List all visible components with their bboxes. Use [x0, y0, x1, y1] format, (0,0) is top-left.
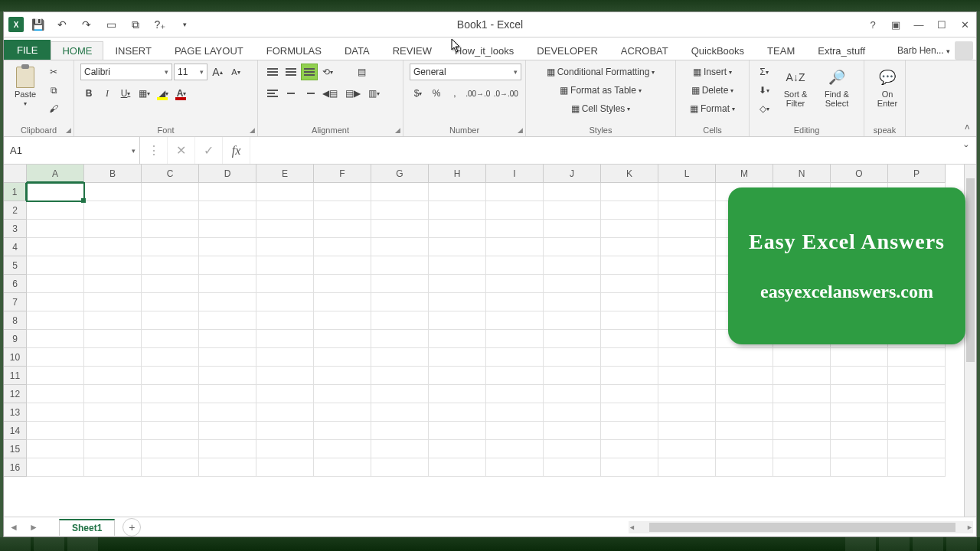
cell[interactable]: [27, 440, 84, 458]
font-name-combo[interactable]: Calibri▾: [80, 64, 172, 80]
column-header[interactable]: C: [142, 165, 199, 183]
cell[interactable]: [371, 348, 429, 367]
cell[interactable]: [544, 403, 601, 422]
cell[interactable]: [658, 183, 716, 201]
cell[interactable]: [601, 367, 658, 385]
expand-formula-bar-button[interactable]: ˇ: [956, 137, 976, 164]
cell[interactable]: [142, 201, 199, 220]
worksheet-grid[interactable]: ABCDEFGHIJKLMNOP12345678910111213141516 …: [4, 165, 976, 517]
cell[interactable]: [888, 403, 946, 422]
cell[interactable]: [314, 201, 371, 220]
cell[interactable]: [601, 183, 658, 201]
cell[interactable]: [142, 256, 199, 275]
align-right-button[interactable]: [301, 85, 318, 102]
borders-button[interactable]: ▦▾: [136, 85, 153, 102]
cell[interactable]: [658, 220, 716, 238]
column-header[interactable]: L: [658, 165, 716, 183]
cell[interactable]: [544, 256, 601, 275]
qat-customize[interactable]: ▾: [174, 15, 195, 34]
clear-button[interactable]: ◇▾: [756, 100, 773, 117]
cell[interactable]: [27, 422, 84, 440]
sort-filter-button[interactable]: A↓Z Sort & Filter: [777, 64, 814, 111]
cell[interactable]: [429, 385, 486, 403]
cell[interactable]: [142, 275, 199, 293]
cell[interactable]: [27, 348, 84, 367]
cell[interactable]: [84, 440, 142, 458]
align-left-button[interactable]: [264, 85, 281, 102]
number-launcher[interactable]: ◢: [518, 126, 523, 134]
cell[interactable]: [544, 311, 601, 330]
cell[interactable]: [658, 458, 716, 477]
tab-extra-stuff[interactable]: Extra_stuff: [806, 41, 877, 60]
cell[interactable]: [371, 311, 429, 330]
cell[interactable]: [486, 367, 544, 385]
column-header[interactable]: E: [256, 165, 314, 183]
cell[interactable]: [84, 275, 142, 293]
row-header[interactable]: 8: [4, 311, 27, 330]
cell[interactable]: [888, 348, 946, 367]
orientation-button[interactable]: ⟲▾: [319, 64, 336, 80]
tab-formulas[interactable]: FORMULAS: [255, 41, 333, 60]
cell[interactable]: [84, 385, 142, 403]
cell[interactable]: [429, 220, 486, 238]
cell[interactable]: [486, 422, 544, 440]
cell[interactable]: [371, 293, 429, 311]
cell[interactable]: [314, 458, 371, 477]
cell[interactable]: [371, 256, 429, 275]
cell[interactable]: [486, 403, 544, 422]
cell[interactable]: [314, 440, 371, 458]
cell[interactable]: [199, 458, 256, 477]
find-select-button[interactable]: 🔎 Find & Select: [818, 64, 855, 111]
cell[interactable]: [371, 385, 429, 403]
cell[interactable]: [831, 367, 888, 385]
cell[interactable]: [142, 422, 199, 440]
fill-color-button[interactable]: ◢▾: [155, 85, 172, 102]
cell[interactable]: [773, 385, 831, 403]
row-header[interactable]: 2: [4, 201, 27, 220]
cell[interactable]: [314, 238, 371, 256]
column-header[interactable]: M: [716, 165, 773, 183]
cell[interactable]: [84, 201, 142, 220]
font-color-button[interactable]: A▾: [173, 85, 190, 102]
enter-formula-button[interactable]: ✓: [195, 137, 223, 164]
grow-font-button[interactable]: A▴: [209, 64, 226, 80]
cell[interactable]: [142, 440, 199, 458]
cell[interactable]: [544, 422, 601, 440]
cell[interactable]: [544, 440, 601, 458]
cell[interactable]: [658, 293, 716, 311]
cell[interactable]: [544, 330, 601, 348]
cell[interactable]: [429, 440, 486, 458]
cell[interactable]: [27, 220, 84, 238]
collapse-ribbon-button[interactable]: ʌ: [958, 60, 976, 136]
sheet-tab-1[interactable]: Sheet1: [59, 519, 115, 536]
tab-how-it-looks[interactable]: How_it_looks: [443, 41, 525, 60]
user-avatar-icon[interactable]: [955, 41, 973, 60]
cell[interactable]: [256, 238, 314, 256]
cell[interactable]: [601, 330, 658, 348]
cell[interactable]: [486, 348, 544, 367]
cell[interactable]: [314, 403, 371, 422]
alignment-launcher[interactable]: ◢: [395, 126, 400, 134]
cell[interactable]: [142, 385, 199, 403]
row-header[interactable]: 15: [4, 440, 27, 458]
cell[interactable]: [888, 367, 946, 385]
cell[interactable]: [314, 330, 371, 348]
column-header[interactable]: O: [831, 165, 888, 183]
clipboard-launcher[interactable]: ◢: [66, 126, 71, 134]
tab-acrobat[interactable]: ACROBAT: [609, 41, 680, 60]
cell[interactable]: [199, 330, 256, 348]
cell[interactable]: [486, 256, 544, 275]
ribbon-display-button[interactable]: ▣: [884, 15, 907, 34]
cell[interactable]: [27, 201, 84, 220]
cell[interactable]: [429, 458, 486, 477]
cell[interactable]: [84, 330, 142, 348]
cell[interactable]: [256, 311, 314, 330]
cell[interactable]: [544, 348, 601, 367]
cell[interactable]: [27, 311, 84, 330]
cell-styles-button[interactable]: ▦Cell Styles▾: [532, 100, 669, 117]
cell[interactable]: [371, 201, 429, 220]
cell[interactable]: [84, 422, 142, 440]
row-header[interactable]: 9: [4, 330, 27, 348]
save-button[interactable]: 💾: [27, 15, 48, 34]
cell[interactable]: [429, 256, 486, 275]
